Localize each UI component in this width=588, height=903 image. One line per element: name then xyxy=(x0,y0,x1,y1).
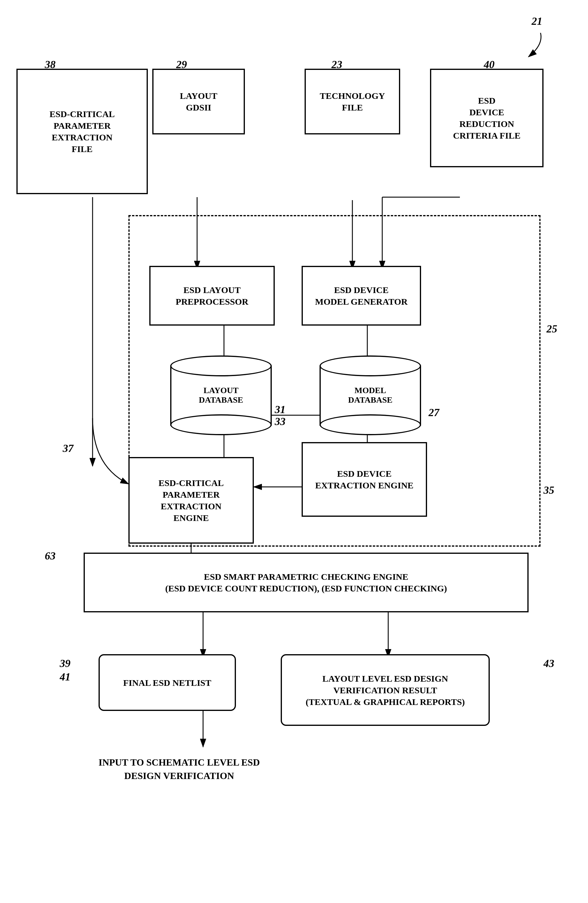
esd-critical-param-file-label: ESD-CRITICALPARAMETEREXTRACTIONFILE xyxy=(50,108,115,155)
model-database-label: MODELDATABASE xyxy=(348,385,392,405)
ref-27: 27 xyxy=(429,406,439,419)
ref-41: 41 xyxy=(60,670,71,683)
esd-device-model-generator-box: ESD DEVICEMODEL GENERATOR xyxy=(302,266,421,326)
model-database-cylinder: MODELDATABASE xyxy=(319,356,421,457)
esd-device-reduction-label: ESDDEVICEREDUCTIONCRITERIA FILE xyxy=(453,95,520,141)
esd-device-extraction-engine-label: ESD DEVICEEXTRACTION ENGINE xyxy=(315,468,413,491)
ref-43: 43 xyxy=(544,657,554,670)
layout-database-label: LAYOUTDATABASE xyxy=(199,385,243,405)
esd-smart-parametric-box: ESD SMART PARAMETRIC CHECKING ENGINE(ESD… xyxy=(83,553,528,612)
ref-37: 37 xyxy=(63,442,74,455)
ref-39: 39 xyxy=(60,657,71,670)
esd-critical-param-file-box: ESD-CRITICALPARAMETEREXTRACTIONFILE xyxy=(16,69,148,194)
final-esd-netlist-label: FINAL ESD NETLIST xyxy=(123,677,211,689)
ref-35: 35 xyxy=(544,484,554,496)
ref-33: 33 xyxy=(275,415,286,428)
ref-25: 25 xyxy=(547,322,557,335)
esd-smart-parametric-label: ESD SMART PARAMETRIC CHECKING ENGINE(ESD… xyxy=(165,571,447,594)
technology-file-label: TECHNOLOGYFILE xyxy=(320,90,385,113)
diagram-container: 21 38 ESD-CRITICALPARAMETEREXTRACTIONFIL… xyxy=(0,0,588,903)
esd-device-model-generator-label: ESD DEVICEMODEL GENERATOR xyxy=(315,284,408,307)
layout-level-esd-box: LAYOUT LEVEL ESD DESIGNVERIFICATION RESU… xyxy=(281,654,490,726)
esd-device-reduction-box: ESDDEVICEREDUCTIONCRITERIA FILE xyxy=(430,69,544,167)
ref-63: 63 xyxy=(45,550,55,562)
ref-21: 21 xyxy=(531,15,542,27)
esd-device-extraction-engine-box: ESD DEVICEEXTRACTION ENGINE xyxy=(302,442,427,517)
esd-layout-preprocessor-box: ESD LAYOUTPREPROCESSOR xyxy=(149,266,275,326)
esd-critical-param-extraction-engine-label: ESD-CRITICALPARAMETEREXTRACTIONENGINE xyxy=(159,477,224,524)
esd-layout-preprocessor-label: ESD LAYOUTPREPROCESSOR xyxy=(176,284,248,307)
layout-level-esd-label: LAYOUT LEVEL ESD DESIGNVERIFICATION RESU… xyxy=(305,673,465,708)
layout-database-cylinder: LAYOUTDATABASE xyxy=(170,356,272,457)
final-esd-netlist-box: FINAL ESD NETLIST xyxy=(99,654,236,711)
input-to-schematic-text: INPUT TO SCHEMATIC LEVEL ESD DESIGN VERI… xyxy=(90,756,269,783)
technology-file-box: TECHNOLOGYFILE xyxy=(305,69,400,134)
ref-31: 31 xyxy=(275,403,286,416)
esd-critical-param-extraction-engine-box: ESD-CRITICALPARAMETEREXTRACTIONENGINE xyxy=(128,457,254,544)
layout-gdsii-label: LAYOUTGDSII xyxy=(180,90,217,113)
layout-gdsii-box: LAYOUTGDSII xyxy=(152,69,245,134)
